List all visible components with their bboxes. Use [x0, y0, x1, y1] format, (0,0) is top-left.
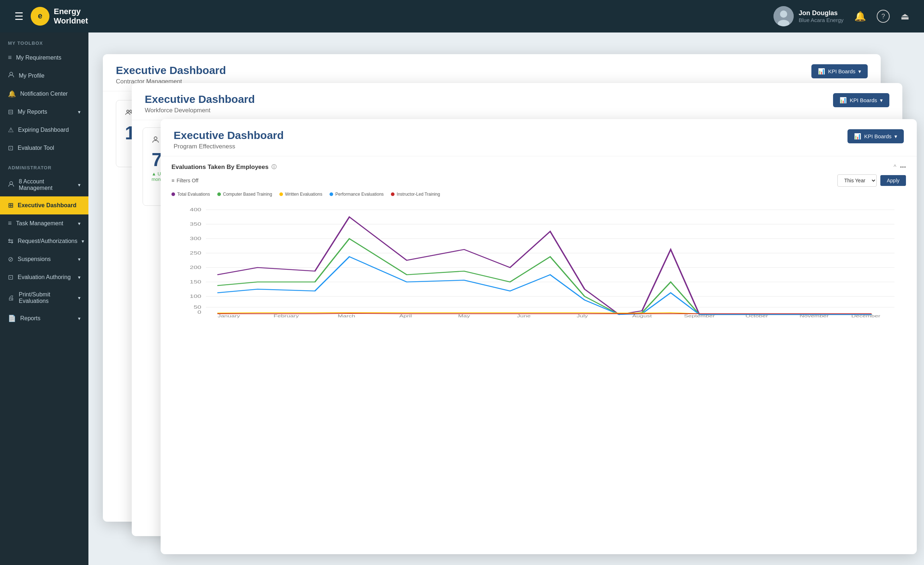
filters-off-row: ≡ Filters Off [171, 177, 198, 183]
help-icon[interactable]: ? [877, 10, 890, 23]
svg-text:July: July [577, 314, 588, 318]
kpi-boards-button-1[interactable]: 📊 KPI Boards ▾ [812, 64, 868, 78]
chevron-down-icon: ▾ [78, 182, 81, 188]
filters-off-label: Filters Off [177, 177, 198, 183]
apply-button[interactable]: Apply [880, 175, 906, 186]
svg-text:April: April [399, 314, 412, 318]
chevron-down-icon: ▾ [82, 238, 84, 244]
card2-subtitle: Workforce Development [145, 107, 826, 114]
sidebar-item-my-reports[interactable]: ⊟ My Reports ▾ [0, 103, 88, 121]
svg-text:March: March [338, 314, 356, 318]
svg-text:100: 100 [190, 294, 201, 299]
reports2-icon: 📄 [8, 314, 16, 322]
legend-dot [391, 192, 394, 196]
sidebar-item-evaluator-tool[interactable]: ⊡ Evaluator Tool [0, 139, 88, 157]
sidebar-item-suspensions[interactable]: ⊘ Suspensions ▾ [0, 250, 88, 268]
authoring-icon: ⊡ [8, 273, 14, 281]
sidebar-item-label: Reports [20, 315, 40, 322]
sidebar-item-notification-center[interactable]: 🔔 Notification Center [0, 85, 88, 103]
legend-label: Instructor-Led Training [397, 192, 440, 197]
sidebar-item-label: Request/Authorizations [18, 238, 77, 244]
bell-icon: 🔔 [8, 90, 16, 98]
legend-instructor-led-training: Instructor-Led Training [391, 192, 440, 197]
sidebar: MY TOOLBOX ≡ My Requirements My Profile … [0, 33, 88, 565]
chart-controls: ^ ••• [894, 164, 906, 170]
legend-label: Written Evaluations [285, 192, 322, 197]
reports-icon: ⊟ [8, 108, 14, 116]
sidebar-item-my-requirements[interactable]: ≡ My Requirements [0, 49, 88, 66]
svg-text:200: 200 [190, 265, 201, 270]
card2-title: Executive Dashboard [145, 93, 826, 105]
legend-dot [171, 192, 175, 196]
logo-icon: e [31, 7, 50, 26]
svg-text:June: June [517, 314, 531, 318]
dropdown-chevron-icon: ▾ [858, 68, 861, 75]
hamburger-menu-icon[interactable]: ☰ [14, 11, 24, 23]
sidebar-item-label: Suspensions [18, 256, 51, 263]
svg-text:150: 150 [190, 279, 201, 284]
legend-dot [330, 192, 333, 196]
sidebar-item-expiring-dashboard[interactable]: ⚠ Expiring Dashboard [0, 121, 88, 139]
svg-text:250: 250 [190, 251, 201, 255]
svg-text:e: e [38, 11, 42, 20]
chart-bar-icon: 📊 [818, 68, 825, 75]
sidebar-item-executive-dashboard[interactable]: ⊞ Executive Dashboard [0, 196, 88, 215]
more-options-icon[interactable]: ••• [900, 164, 906, 170]
user-icon [152, 136, 159, 146]
chevron-down-icon: ▾ [78, 295, 81, 301]
chevron-down-icon: ▾ [78, 316, 81, 321]
filter-icon: ≡ [171, 177, 174, 183]
svg-text:400: 400 [190, 207, 201, 212]
sidebar-item-print-submit[interactable]: 🖨 Print/Submit Evaluations ▾ [0, 286, 88, 310]
top-navigation: ☰ e EnergyWorldnet Jon Douglas Blue Acar… [0, 0, 924, 33]
sidebar-item-label: My Profile [19, 72, 44, 79]
sidebar-item-label: Evaluation Authoring [18, 274, 71, 281]
sidebar-item-account-management[interactable]: 8 Account Management ▾ [0, 173, 88, 196]
kpi-boards-label: KPI Boards [850, 97, 877, 103]
dashboard-stack: Executive Dashboard Contractor Managemen… [88, 33, 924, 565]
expand-icon[interactable]: ^ [894, 164, 897, 170]
svg-point-14 [154, 137, 157, 140]
chevron-down-icon: ▾ [78, 221, 81, 226]
sidebar-item-request-authorizations[interactable]: ⇆ Request/Authorizations ▾ [0, 232, 88, 250]
nav-right: Jon Douglas Blue Acara Energy 🔔 ? ⏏ [774, 6, 910, 26]
year-select[interactable]: This Year Last Year Custom [837, 174, 877, 187]
request-icon: ⇆ [8, 237, 14, 245]
sidebar-item-my-profile[interactable]: My Profile [0, 66, 88, 85]
legend-computer-based-training: Computer Based Training [217, 192, 272, 197]
sidebar-item-label: 8 Account Management [19, 178, 74, 191]
chart-bar-icon: 📊 [840, 97, 847, 104]
legend-dot [217, 192, 221, 196]
kpi-boards-button-3[interactable]: 📊 KPI Boards ▾ [848, 129, 904, 143]
card1-title-area: Executive Dashboard Contractor Managemen… [116, 64, 804, 85]
svg-point-6 [10, 182, 13, 185]
account-icon [8, 181, 14, 189]
task-icon: ≡ [8, 219, 12, 227]
svg-point-3 [780, 11, 787, 18]
logout-icon[interactable]: ⏏ [900, 11, 910, 22]
sidebar-item-task-management[interactable]: ≡ Task Management ▾ [0, 215, 88, 232]
tool-icon: ⊡ [8, 144, 14, 152]
toolbox-section-label: MY TOOLBOX [0, 33, 88, 49]
user-info: Jon Douglas Blue Acara Energy [774, 6, 843, 26]
sidebar-item-label: Evaluator Tool [18, 145, 54, 151]
admin-section-label: ADMINISTRATOR [0, 157, 88, 173]
logo-area: e EnergyWorldnet [31, 7, 88, 26]
chart-bar-icon: 📊 [854, 133, 861, 140]
legend-label: Computer Based Training [223, 192, 272, 197]
card3-header: Executive Dashboard Program Effectivenes… [160, 119, 917, 156]
kpi-boards-button-2[interactable]: 📊 KPI Boards ▾ [833, 93, 890, 107]
sidebar-item-label: Print/Submit Evaluations [19, 292, 74, 304]
sidebar-item-reports[interactable]: 📄 Reports ▾ [0, 310, 88, 328]
suspension-icon: ⊘ [8, 255, 14, 263]
profile-icon [8, 72, 14, 80]
card2-header: Executive Dashboard Workforce Developmen… [132, 83, 902, 120]
chart-title-row: Evaluations Taken By Employees ⓘ [171, 164, 276, 171]
svg-text:May: May [458, 314, 470, 318]
svg-text:300: 300 [190, 236, 201, 241]
svg-text:January: January [218, 314, 240, 318]
sidebar-item-label: Executive Dashboard [18, 202, 76, 209]
sidebar-item-evaluation-authoring[interactable]: ⊡ Evaluation Authoring ▾ [0, 268, 88, 286]
notification-bell-icon[interactable]: 🔔 [854, 11, 866, 22]
dropdown-chevron-icon: ▾ [894, 133, 897, 140]
